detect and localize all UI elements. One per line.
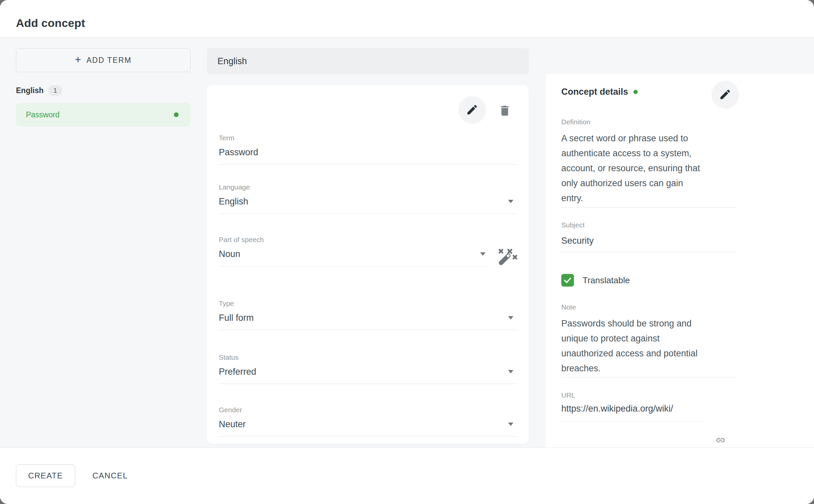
type-select-value: Full form xyxy=(219,312,254,324)
term-input-value: Password xyxy=(219,146,258,158)
note-line: Passwords should be strong and xyxy=(561,316,721,331)
term-delete-button[interactable] xyxy=(497,102,512,119)
definition-text: A secret word or phrase used to authenti… xyxy=(561,131,721,206)
part-of-speech-select[interactable]: Noun xyxy=(219,248,489,266)
trash-icon xyxy=(498,103,511,118)
definition-line: authenticate access to a system, xyxy=(561,146,721,161)
checkbox-checked-icon[interactable] xyxy=(561,274,574,287)
chevron-down-icon xyxy=(508,423,513,426)
chevron-down-icon xyxy=(508,370,513,373)
screen-backdrop: Add concept + ADD TERM English 1 Passwor… xyxy=(0,0,814,504)
gender-select-value: Neuter xyxy=(219,418,246,430)
concept-details-panel: Concept details Definition A secret word… xyxy=(546,74,814,448)
chevron-down-icon xyxy=(508,200,513,203)
field-gender-label: Gender xyxy=(219,406,517,414)
definition-block: Definition A secret word or phrase used … xyxy=(561,118,737,208)
gender-select[interactable]: Neuter xyxy=(219,418,517,436)
concept-status-dot xyxy=(633,90,638,94)
language-select-value: English xyxy=(219,195,248,207)
part-of-speech-select-value: Noun xyxy=(219,248,240,260)
term-input[interactable]: Password xyxy=(219,146,517,164)
definition-label: Definition xyxy=(561,118,737,126)
field-status: Status Preferred xyxy=(219,353,517,384)
create-button[interactable]: CREATE xyxy=(16,464,75,487)
term-card: Term Password Language English Part of s… xyxy=(207,85,529,444)
term-status-dot xyxy=(174,112,179,117)
dialog-footer: CREATE CANCEL xyxy=(0,447,814,504)
note-line: unique to protect against xyxy=(561,331,721,346)
note-label: Note xyxy=(561,303,737,312)
dialog-title: Add concept xyxy=(16,17,85,30)
note-line: breaches. xyxy=(561,361,721,376)
concept-details-title: Concept details xyxy=(561,87,628,97)
concept-details-title-row: Concept details xyxy=(561,87,638,97)
chevron-down-icon xyxy=(508,316,513,319)
cancel-button[interactable]: CANCEL xyxy=(84,464,136,487)
term-editor-language-label: English xyxy=(217,56,247,66)
definition-line: entry. xyxy=(561,191,721,206)
field-part-of-speech: Part of speech Noun xyxy=(219,235,489,266)
url-block: URL https://en.wikipedia.org/wiki/ xyxy=(561,391,704,422)
definition-line: A secret word or phrase used to xyxy=(561,131,721,146)
term-list-item[interactable]: Password xyxy=(16,103,191,126)
add-concept-dialog: Add concept + ADD TERM English 1 Passwor… xyxy=(0,0,814,504)
concept-edit-button[interactable] xyxy=(712,81,739,108)
note-block: Note Passwords should be strong and uniq… xyxy=(561,303,737,377)
translatable-checkbox-row[interactable]: Translatable xyxy=(561,274,630,287)
pencil-icon xyxy=(466,103,478,116)
terms-sidebar: + ADD TERM English 1 Password xyxy=(16,48,191,126)
field-gender: Gender Neuter xyxy=(219,406,517,437)
open-link-button[interactable] xyxy=(713,434,729,447)
subject-block: Subject Security xyxy=(561,221,737,252)
language-group-label: English xyxy=(16,86,44,95)
term-editor-language-header: English xyxy=(207,48,529,74)
field-term: Term Password xyxy=(219,134,517,165)
add-term-button[interactable]: + ADD TERM xyxy=(16,48,191,72)
definition-line: account, or resource, ensuring that xyxy=(561,161,721,176)
translatable-label: Translatable xyxy=(583,275,630,286)
plus-icon: + xyxy=(75,54,81,65)
field-language-label: Language xyxy=(219,183,517,191)
definition-line: only authorized users can gain xyxy=(561,176,721,191)
term-count-badge: 1 xyxy=(48,85,62,96)
language-select[interactable]: English xyxy=(219,195,517,213)
term-edit-button[interactable] xyxy=(459,96,485,123)
term-item-label: Password xyxy=(26,110,60,119)
dialog-body: + ADD TERM English 1 Password English xyxy=(0,37,814,448)
subject-value: Security xyxy=(561,235,737,247)
field-term-label: Term xyxy=(219,134,517,142)
type-select[interactable]: Full form xyxy=(219,312,517,330)
note-line: unauthorized access and potential xyxy=(561,346,721,361)
field-type-label: Type xyxy=(219,299,517,308)
field-part-of-speech-label: Part of speech xyxy=(219,235,489,244)
url-label: URL xyxy=(561,391,704,400)
link-icon xyxy=(713,435,728,445)
note-text: Passwords should be strong and unique to… xyxy=(561,316,721,376)
subject-label: Subject xyxy=(561,221,737,229)
add-term-label: ADD TERM xyxy=(86,56,132,65)
pencil-icon xyxy=(719,88,732,101)
field-status-label: Status xyxy=(219,353,517,362)
status-select[interactable]: Preferred xyxy=(219,366,517,384)
url-value[interactable]: https://en.wikipedia.org/wiki/ xyxy=(561,403,704,415)
status-select-value: Preferred xyxy=(219,366,256,378)
chevron-down-icon xyxy=(480,252,485,256)
magic-wand-icon xyxy=(494,246,513,270)
auto-detect-button[interactable] xyxy=(492,246,515,269)
dialog-header: Add concept xyxy=(0,0,814,37)
field-type: Type Full form xyxy=(219,299,517,330)
language-group-row: English 1 xyxy=(16,85,191,96)
term-editor-panel: English Term Password xyxy=(207,48,529,444)
field-language: Language English xyxy=(219,183,517,214)
